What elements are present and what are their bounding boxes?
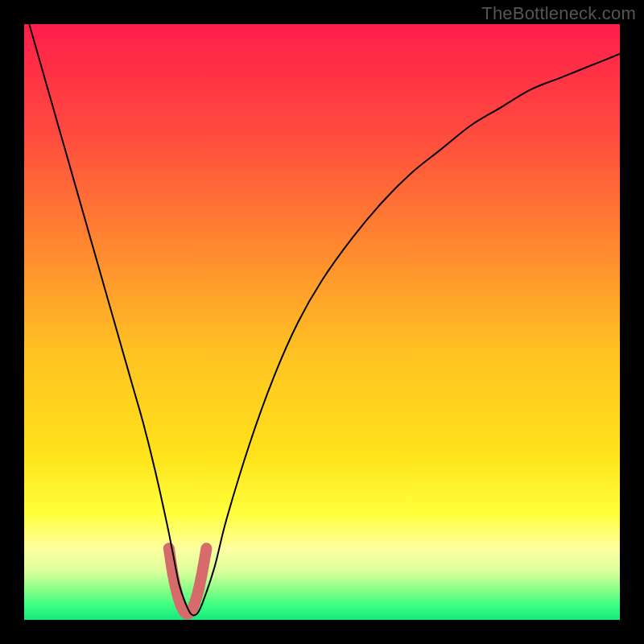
chart-frame: TheBottleneck.com — [0, 0, 644, 644]
bottleneck-curve — [24, 24, 620, 615]
curve-layer — [24, 24, 620, 620]
watermark-text: TheBottleneck.com — [481, 3, 636, 24]
plot-area — [24, 24, 620, 620]
